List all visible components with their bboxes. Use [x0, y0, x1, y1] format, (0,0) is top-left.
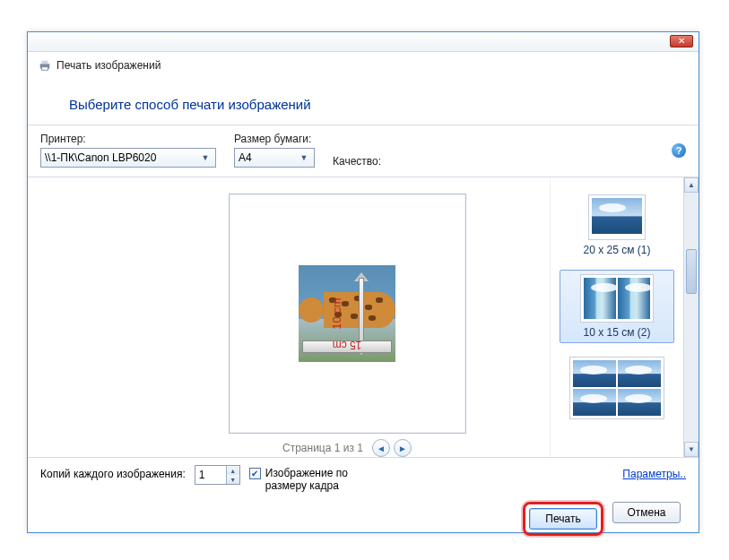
help-icon[interactable]: ?: [672, 143, 686, 158]
close-button[interactable]: ✕: [670, 35, 693, 47]
preview-image: 10 cm 15 cm: [299, 265, 395, 362]
copies-input[interactable]: [195, 466, 226, 484]
copies-down-button[interactable]: ▼: [227, 475, 239, 484]
next-page-button[interactable]: ►: [394, 439, 412, 457]
printer-label: Принтер:: [40, 133, 216, 145]
printer-field: Принтер: \\1-ПК\Canon LBP6020 ▼: [40, 133, 216, 168]
layout-option-10x15[interactable]: 10 x 15 см (2): [560, 270, 674, 343]
print-dialog: ✕ Печать изображений Выберите способ печ…: [27, 31, 699, 533]
dimension-v-text: 10 cm: [330, 297, 343, 329]
paper-value: A4: [239, 151, 292, 164]
layout-option-grid[interactable]: [560, 352, 674, 424]
annotation-highlight: Печать: [523, 502, 603, 536]
fit-checkbox-group: ✔ Изображение по размеру кадра: [249, 465, 373, 493]
copies-up-button[interactable]: ▲: [227, 466, 239, 475]
layout-thumb-icon: [618, 360, 661, 387]
layout-thumb-icon: [573, 389, 616, 416]
titlebar: ✕: [28, 32, 699, 52]
printer-value: \\1-ПК\Canon LBP6020: [45, 151, 194, 164]
quality-field: Качество:: [333, 155, 381, 168]
svg-rect-1: [42, 61, 48, 65]
paper-combobox[interactable]: A4 ▼: [234, 148, 315, 168]
instruction-text: Выберите способ печати изображений: [28, 75, 699, 125]
svg-rect-2: [42, 67, 48, 71]
chevron-down-icon: ▼: [298, 151, 310, 164]
printer-combobox[interactable]: \\1-ПК\Canon LBP6020 ▼: [40, 148, 216, 168]
paper-field: Размер бумаги: A4 ▼: [234, 133, 315, 168]
layout-label: 10 x 15 см (2): [562, 326, 672, 339]
fit-checkbox[interactable]: ✔: [249, 468, 261, 479]
preview-pane: 10 cm 15 cm Страница 1 из 1 ◄ ►: [28, 177, 550, 457]
bottom-bar: Копий каждого изображения: ▲ ▼ ✔ Изображ…: [28, 457, 699, 493]
button-row: Печать Отмена: [28, 493, 699, 536]
layout-thumb-icon: [618, 389, 661, 416]
paper-preview: 10 cm 15 cm: [229, 194, 466, 434]
scroll-down-button[interactable]: ▼: [684, 442, 699, 457]
layout-thumb-icon: [584, 278, 616, 319]
scroll-thumb[interactable]: [686, 249, 697, 294]
dimension-h-text: 15 cm: [333, 339, 362, 351]
layout-label: 20 x 25 см (1): [562, 244, 672, 256]
main-area: 10 cm 15 cm Страница 1 из 1 ◄ ► 20 x 25 …: [28, 177, 699, 457]
layout-thumb-icon: [573, 360, 616, 387]
printer-icon: [39, 59, 51, 72]
chevron-down-icon: ▼: [199, 151, 212, 164]
title-row: Печать изображений: [28, 52, 699, 75]
page-indicator: Страница 1 из 1: [282, 442, 363, 454]
layout-thumb-icon: [592, 198, 642, 234]
quality-label: Качество:: [333, 155, 381, 168]
cancel-button[interactable]: Отмена: [612, 502, 681, 523]
layout-option-20x25[interactable]: 20 x 25 см (1): [560, 190, 674, 261]
settings-bar: Принтер: \\1-ПК\Canon LBP6020 ▼ Размер б…: [28, 125, 699, 177]
copies-label: Копий каждого изображения:: [40, 465, 186, 480]
page-navigation: Страница 1 из 1 ◄ ►: [162, 434, 532, 457]
paper-label: Размер бумаги:: [234, 133, 315, 145]
layout-scrollbar[interactable]: ▲ ▼: [683, 177, 699, 457]
window-title: Печать изображений: [56, 59, 161, 72]
layout-pane: 20 x 25 см (1) 10 x 15 см (2) ▲ ▼: [550, 177, 699, 457]
copies-spinner[interactable]: ▲ ▼: [195, 465, 240, 485]
scroll-up-button[interactable]: ▲: [684, 177, 699, 193]
prev-page-button[interactable]: ◄: [372, 439, 390, 457]
print-button[interactable]: Печать: [529, 508, 597, 530]
options-link[interactable]: Параметры..: [622, 465, 686, 480]
layout-thumb-icon: [618, 278, 650, 319]
fit-checkbox-label: Изображение по размеру кадра: [265, 468, 373, 493]
